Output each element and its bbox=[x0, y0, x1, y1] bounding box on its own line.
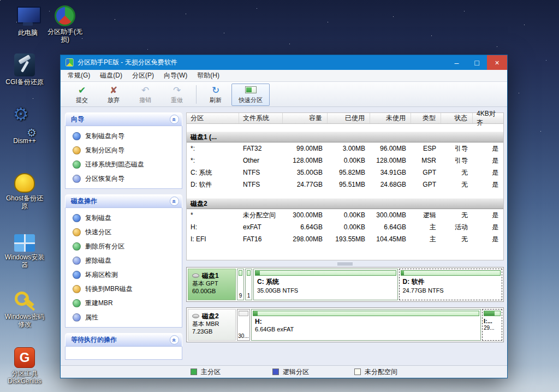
table-row[interactable]: C: 系统NTFS35.00GB95.82MB34.91GBGPT无是 bbox=[187, 167, 503, 179]
collapse-chevron-icon[interactable]: « bbox=[170, 197, 179, 206]
column-header[interactable]: 4KB对齐 bbox=[473, 113, 503, 123]
sidebar-item-icon bbox=[73, 242, 81, 251]
desktop-icon-7[interactable]: Windows密码修改 bbox=[3, 288, 46, 328]
table-row[interactable]: I: EFIFAT16298.00MB193.55MB104.45MB主无是 bbox=[187, 233, 503, 245]
sidebar-item[interactable]: 复制磁盘 bbox=[66, 211, 182, 225]
table-cell: I: EFI bbox=[187, 235, 239, 243]
menu-item[interactable]: 向导(W) bbox=[159, 70, 192, 81]
partition-block[interactable]: 9 bbox=[237, 269, 244, 300]
提交-button[interactable]: ✔提交 bbox=[66, 84, 98, 106]
legend-label: 主分区 bbox=[201, 367, 221, 377]
刷新-button[interactable]: ↻刷新 bbox=[200, 84, 231, 106]
sidebar-item-label: 迁移系统到固态磁盘 bbox=[85, 160, 144, 169]
table-cell: 300.00MB bbox=[370, 211, 411, 219]
sidebar-item[interactable]: 迁移系统到固态磁盘 bbox=[66, 157, 182, 171]
partition-block[interactable]: 1 bbox=[245, 269, 252, 300]
partition-block[interactable]: I:...29... bbox=[482, 309, 502, 341]
table-cell: 引导 bbox=[441, 144, 473, 153]
window-controls: –□× bbox=[447, 55, 507, 70]
commit-icon: ✔ bbox=[78, 86, 86, 96]
sidebar-section-header[interactable]: 磁盘操作« bbox=[65, 194, 182, 208]
sidebar-item[interactable]: 属性 bbox=[66, 310, 182, 324]
table-cell: 95.51MB bbox=[328, 181, 370, 188]
usage-fill bbox=[484, 311, 495, 316]
splitter-handle[interactable] bbox=[186, 262, 504, 266]
desktop-icon-1[interactable]: 此电脑 bbox=[7, 4, 49, 37]
partition-block[interactable]: D: 软件24.77GB NTFS bbox=[399, 269, 503, 300]
collapse-chevron-icon[interactable]: « bbox=[170, 115, 179, 124]
table-row[interactable]: *:Other128.00MB0.00KB128.00MBMSR引导是 bbox=[187, 155, 503, 167]
desktop-icon-label: Windows密码修改 bbox=[3, 313, 46, 328]
gears-icon bbox=[13, 112, 37, 135]
sidebar-item[interactable]: 转换到MBR磁盘 bbox=[66, 282, 182, 296]
menu-item[interactable]: 常规(G) bbox=[63, 70, 95, 81]
disk-group-header[interactable]: 磁盘2 bbox=[187, 198, 503, 209]
desktop-icon-3[interactable]: CGI备份还原 bbox=[3, 54, 46, 86]
快速分区-button[interactable]: 快速分区 bbox=[231, 84, 270, 106]
撤销-button[interactable]: ↶撤销 bbox=[129, 84, 161, 106]
refresh-icon: ↻ bbox=[212, 86, 219, 96]
desktop-icon-2[interactable]: 分区助手(无损) bbox=[44, 4, 86, 43]
maximize-button[interactable]: □ bbox=[467, 55, 487, 70]
table-cell: 96.00MB bbox=[370, 145, 411, 152]
table-cell: 是 bbox=[473, 168, 503, 177]
table-row[interactable]: *未分配空间300.00MB0.00KB300.00MB逻辑无是 bbox=[187, 209, 503, 221]
close-button[interactable]: × bbox=[487, 55, 507, 70]
disk-label[interactable]: 磁盘1基本 GPT60.00GB bbox=[188, 269, 236, 300]
sidebar-item[interactable]: 分区恢复向导 bbox=[66, 171, 182, 186]
重做-button[interactable]: ↷重做 bbox=[161, 84, 193, 106]
sidebar-item[interactable]: 重建MBR bbox=[66, 296, 182, 310]
desktop-icon-5[interactable]: Ghost备份还原 bbox=[3, 171, 46, 210]
menu-item[interactable]: 分区(P) bbox=[127, 70, 159, 81]
column-header[interactable]: 类型 bbox=[411, 113, 441, 123]
partition-detail: 6.64GB exFAT bbox=[252, 325, 480, 332]
sidebar-item-icon bbox=[73, 313, 81, 322]
disk-label[interactable]: 磁盘2基本 MBR7.23GB bbox=[188, 309, 236, 341]
table-row[interactable]: D: 软件NTFS24.77GB95.51MB24.68GBGPT无是 bbox=[187, 179, 503, 191]
sidebar-item[interactable]: 复制分区向导 bbox=[66, 143, 182, 157]
column-header[interactable]: 容量 bbox=[283, 113, 328, 123]
sidebar-item[interactable]: 擦除磁盘 bbox=[66, 253, 182, 268]
column-header[interactable]: 文件系统 bbox=[239, 113, 283, 123]
partition-block[interactable]: C: 系统35.00GB NTFS bbox=[253, 269, 398, 300]
sidebar-item[interactable]: 快速分区 bbox=[66, 225, 182, 239]
menu-item[interactable]: 帮助(H) bbox=[192, 70, 224, 81]
sidebar-item[interactable]: 删除所有分区 bbox=[66, 239, 182, 253]
sidebar-item-icon bbox=[73, 299, 81, 307]
column-header[interactable]: 状态 bbox=[441, 113, 473, 123]
desktop-icon-8[interactable]: 分区工具 DiskGenius bbox=[3, 347, 46, 385]
disk-bus: 基本 GPT bbox=[192, 280, 235, 287]
sidebar-item-label: 快速分区 bbox=[85, 228, 111, 237]
desktop-icon-4[interactable]: Dism++ bbox=[3, 112, 46, 145]
desktop-icon-label: Windows安装器 bbox=[3, 253, 46, 269]
menu-item[interactable]: 磁盘(D) bbox=[95, 70, 127, 81]
sidebar-section-header[interactable]: 向导« bbox=[65, 112, 182, 126]
discard-icon: ✘ bbox=[110, 86, 117, 96]
table-cell: 引导 bbox=[441, 156, 473, 165]
sidebar-section-title: 磁盘操作 bbox=[71, 197, 97, 206]
table-row[interactable]: H:exFAT6.64GB0.00KB6.64GB主活动是 bbox=[187, 221, 503, 233]
desktop-icon-6[interactable]: Windows安装器 bbox=[3, 231, 46, 269]
table-row[interactable]: *:FAT3299.00MB3.00MB96.00MBESP引导是 bbox=[187, 142, 503, 155]
usage-fill bbox=[253, 311, 258, 316]
column-header[interactable]: 未使用 bbox=[370, 113, 411, 123]
sidebar-section-header[interactable]: 等待执行的操作« bbox=[65, 333, 182, 347]
partition-block[interactable]: 30... bbox=[237, 309, 250, 341]
table-cell: * bbox=[187, 211, 239, 219]
disk-group-header[interactable]: 磁盘1 (... bbox=[187, 132, 503, 142]
sidebar-item[interactable]: 复制磁盘向导 bbox=[66, 129, 182, 143]
minimize-button[interactable]: – bbox=[447, 55, 467, 70]
table-cell: 3.00MB bbox=[328, 145, 370, 152]
collapse-chevron-icon[interactable]: « bbox=[170, 335, 179, 345]
放弃-button[interactable]: ✘放弃 bbox=[98, 84, 129, 106]
table-cell: C: 系统 bbox=[187, 168, 239, 177]
column-header[interactable]: 分区 bbox=[187, 113, 239, 123]
sidebar-section-body: 复制磁盘快速分区删除所有分区擦除磁盘坏扇区检测转换到MBR磁盘重建MBR属性 bbox=[65, 208, 182, 328]
sidebar-item-label: 属性 bbox=[85, 313, 98, 322]
partition-block[interactable]: H:6.64GB exFAT bbox=[251, 309, 481, 341]
table-cell: 95.82MB bbox=[328, 169, 370, 176]
column-header[interactable]: 已使用 bbox=[328, 113, 370, 123]
usage-fill bbox=[401, 271, 404, 275]
title-bar[interactable]: 分区助手PE版 - 无损分区免费软件 –□× bbox=[61, 55, 507, 70]
sidebar-item[interactable]: 坏扇区检测 bbox=[66, 268, 182, 282]
